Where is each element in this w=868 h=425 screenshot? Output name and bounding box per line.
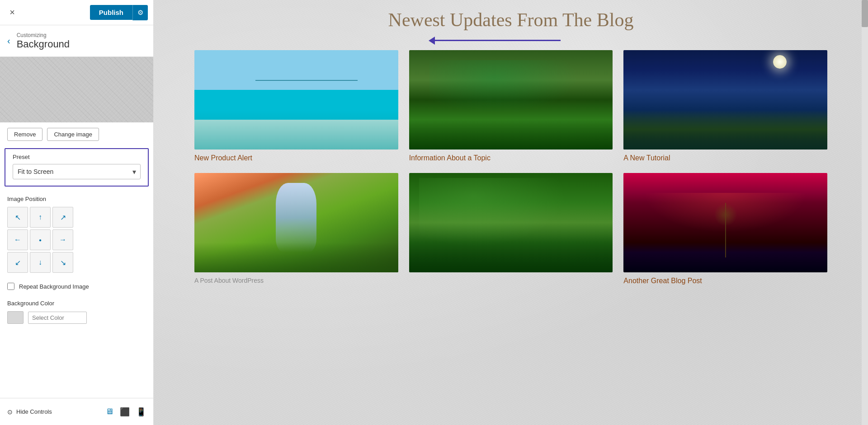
arrow-indicator xyxy=(181,40,841,41)
blog-card-2-title[interactable]: Information About a Topic xyxy=(409,154,613,162)
repeat-section: Repeat Background Image xyxy=(0,277,153,295)
bg-color-label: Background Color xyxy=(7,300,146,307)
position-middle-left[interactable]: ← xyxy=(7,229,28,250)
repeat-background-label: Repeat Background Image xyxy=(19,283,89,290)
back-button[interactable]: ‹ xyxy=(7,36,10,46)
back-header: ‹ Customizing Background xyxy=(0,25,153,57)
tablet-icon: ⬛ xyxy=(120,407,130,416)
position-bottom-center[interactable]: ↓ xyxy=(30,252,51,273)
settings-button[interactable]: ⚙ xyxy=(132,5,148,20)
position-center[interactable]: ● xyxy=(30,229,51,250)
blog-card-2-image xyxy=(409,50,613,149)
preset-select[interactable]: Fill Screen Fit to Screen Stretch to Fil… xyxy=(13,164,141,179)
blog-card-1: New Product Alert xyxy=(194,50,398,162)
preset-section: Preset Fill Screen Fit to Screen Stretch… xyxy=(5,148,149,187)
blog-card-4: A Post About WordPress xyxy=(194,173,398,285)
arrow-line-container xyxy=(434,40,588,41)
sidebar: × Publish ⚙ ‹ Customizing Background xyxy=(0,0,154,425)
customizing-info: Customizing Background xyxy=(17,32,70,50)
position-top-center[interactable]: ↑ xyxy=(30,207,51,228)
publish-button[interactable]: Publish xyxy=(90,5,132,20)
change-image-button[interactable]: Change image xyxy=(47,128,99,141)
blog-card-1-title[interactable]: New Product Alert xyxy=(194,154,398,162)
hide-controls-icon: ⊙ xyxy=(7,408,13,416)
blog-section: Newest Updates From The Blog New Product… xyxy=(154,0,868,290)
bg-color-section: Background Color xyxy=(0,295,153,328)
remove-image-button[interactable]: Remove xyxy=(7,128,42,141)
blog-grid: New Product Alert Information About a To… xyxy=(181,50,841,285)
blog-card-2: Information About a Topic xyxy=(409,50,613,162)
mobile-view-button[interactable]: 📱 xyxy=(136,407,146,417)
device-icons: 🖥 ⬛ 📱 xyxy=(105,407,146,417)
repeat-background-checkbox[interactable] xyxy=(7,283,14,290)
hide-controls-button[interactable]: ⊙ Hide Controls xyxy=(7,408,52,416)
preview-content: Newest Updates From The Blog New Product… xyxy=(154,0,868,425)
blog-card-3-image xyxy=(623,50,827,149)
color-swatch[interactable] xyxy=(7,311,24,324)
blog-card-4-image xyxy=(194,173,398,272)
image-action-buttons: Remove Change image xyxy=(0,122,153,146)
position-top-right[interactable]: ↗ xyxy=(52,207,73,228)
blog-card-6-image xyxy=(623,173,827,272)
sidebar-topbar: × Publish ⚙ xyxy=(0,0,153,25)
close-icon: × xyxy=(9,7,15,18)
color-swatch-row xyxy=(7,311,146,324)
gear-icon: ⚙ xyxy=(137,9,143,16)
arrow-line xyxy=(434,40,561,41)
image-position-section: Image Position ↖ ↑ ↗ ← ● → ↙ ↓ ↘ xyxy=(0,191,153,277)
position-grid: ↖ ↑ ↗ ← ● → ↙ ↓ ↘ xyxy=(7,207,146,273)
publish-group: Publish ⚙ xyxy=(90,5,148,20)
desktop-icon: 🖥 xyxy=(105,407,113,416)
sidebar-bottom-bar: ⊙ Hide Controls 🖥 ⬛ 📱 xyxy=(0,398,153,425)
sidebar-scroll-area: ‹ Customizing Background Remove Change i… xyxy=(0,25,153,398)
blog-heading: Newest Updates From The Blog xyxy=(181,9,841,31)
preset-select-wrapper: Fill Screen Fit to Screen Stretch to Fil… xyxy=(13,164,141,179)
customizing-label: Customizing xyxy=(17,32,70,38)
position-bottom-left[interactable]: ↙ xyxy=(7,252,28,273)
close-button[interactable]: × xyxy=(5,6,19,19)
main-preview: Newest Updates From The Blog New Product… xyxy=(154,0,868,425)
background-preview-area xyxy=(0,57,153,122)
blog-card-4-title[interactable]: A Post About WordPress xyxy=(194,277,398,284)
blog-card-1-image xyxy=(194,50,398,149)
position-top-left[interactable]: ↖ xyxy=(7,207,28,228)
blog-card-3-title[interactable]: A New Tutorial xyxy=(623,154,827,162)
desktop-view-button[interactable]: 🖥 xyxy=(105,407,113,416)
back-arrow-icon: ‹ xyxy=(7,36,10,46)
color-input[interactable] xyxy=(28,312,87,324)
blog-card-6-title[interactable]: Another Great Blog Post xyxy=(623,277,827,285)
mobile-icon: 📱 xyxy=(136,407,146,416)
blog-card-5-image xyxy=(409,173,613,272)
preset-label: Preset xyxy=(13,154,141,160)
hide-controls-label: Hide Controls xyxy=(16,408,52,415)
background-preview-texture xyxy=(0,57,153,122)
section-title: Background xyxy=(17,38,70,50)
blog-card-6: Another Great Blog Post xyxy=(623,173,827,285)
position-middle-right[interactable]: → xyxy=(52,229,73,250)
blog-card-3: A New Tutorial xyxy=(623,50,827,162)
blog-card-5 xyxy=(409,173,613,285)
position-bottom-right[interactable]: ↘ xyxy=(52,252,73,273)
image-position-label: Image Position xyxy=(7,196,146,202)
tablet-view-button[interactable]: ⬛ xyxy=(120,407,130,417)
